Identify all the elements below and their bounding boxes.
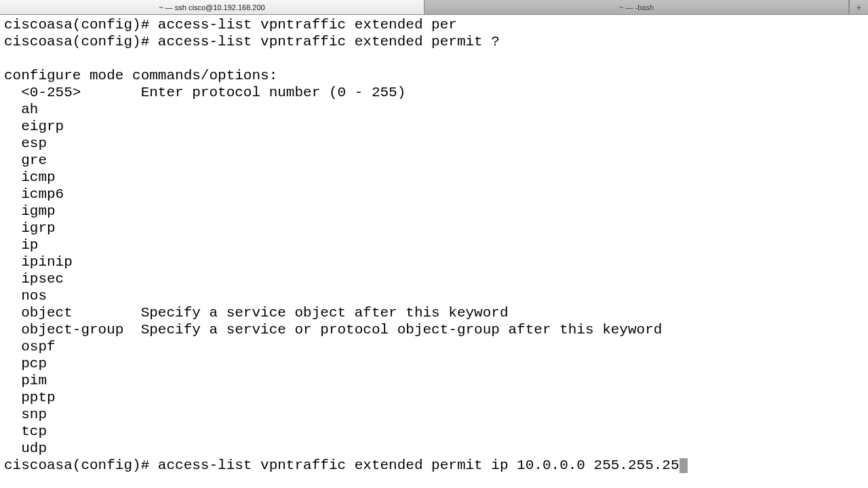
help-option: ip [4, 237, 867, 253]
help-option: eigrp [4, 118, 867, 135]
help-option: ipsec [4, 270, 867, 287]
cursor [679, 458, 688, 473]
history-line: ciscoasa(config)# access-list vpntraffic… [4, 16, 867, 33]
help-option: igmp [4, 203, 867, 220]
tab-title: ~ — ssh cisco@10.192.168.200 [159, 3, 264, 12]
tab-bash[interactable]: ~ — -bash [425, 0, 849, 14]
help-option: udp [4, 440, 867, 457]
plus-icon: + [856, 2, 861, 13]
help-option: pim [4, 372, 867, 389]
prompt-text: ciscoasa(config)# access-list vpntraffic… [4, 457, 679, 474]
help-option: igrp [4, 220, 867, 237]
help-option: gre [4, 152, 867, 169]
help-option: ipinip [4, 253, 867, 270]
tab-title: ~ — -bash [619, 3, 654, 12]
terminal-output[interactable]: ciscoasa(config)# access-list vpntraffic… [0, 15, 868, 488]
help-option: object-group Specify a service or protoc… [4, 321, 867, 338]
help-option: tcp [4, 423, 867, 440]
help-option: ah [4, 101, 867, 118]
help-section-header: configure mode commands/options: [4, 67, 867, 84]
new-tab-button[interactable]: + [849, 0, 868, 14]
help-option: object Specify a service object after th… [4, 304, 867, 321]
help-option: snp [4, 406, 867, 423]
history-line: ciscoasa(config)# access-list vpntraffic… [4, 33, 867, 50]
history-line [4, 50, 867, 67]
help-option: pcp [4, 355, 867, 372]
help-option: esp [4, 135, 867, 152]
help-option: icmp [4, 169, 867, 186]
help-option: <0-255> Enter protocol number (0 - 255) [4, 84, 867, 101]
tab-ssh[interactable]: ~ — ssh cisco@10.192.168.200 [0, 0, 425, 14]
prompt-line[interactable]: ciscoasa(config)# access-list vpntraffic… [4, 457, 867, 474]
help-option: nos [4, 287, 867, 304]
help-option: pptp [4, 389, 867, 406]
help-option: ospf [4, 338, 867, 355]
help-option: icmp6 [4, 186, 867, 203]
tab-bar: ~ — ssh cisco@10.192.168.200 ~ — -bash + [0, 0, 868, 15]
